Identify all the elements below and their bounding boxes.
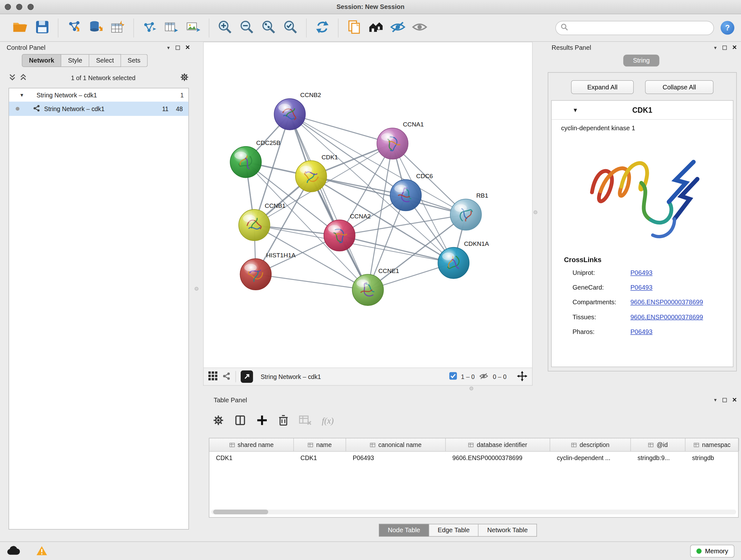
scrollbar-thumb[interactable]: [213, 509, 268, 514]
crosslink-label: Uniprot:: [572, 269, 630, 276]
import-table-button[interactable]: [107, 17, 129, 39]
export-image-button[interactable]: [182, 17, 204, 39]
table-row[interactable]: CDK1CDK1P064939606.ENSP00000378699cyclin…: [209, 452, 738, 465]
panel-close-icon[interactable]: ×: [185, 44, 190, 51]
vertical-splitter-grip[interactable]: [195, 287, 199, 291]
gear-icon[interactable]: [212, 415, 224, 427]
network-edge[interactable]: [290, 114, 393, 144]
save-session-button[interactable]: [31, 17, 53, 39]
column-header[interactable]: canonical name: [346, 438, 446, 451]
selected-checkbox-icon[interactable]: [449, 372, 457, 381]
network-view[interactable]: CCNB2CCNA1CDC25BCDK1CDC6RB1CCNB1CCNA2CDK…: [203, 42, 533, 368]
panel-close-icon[interactable]: ×: [732, 396, 737, 404]
network-edge[interactable]: [340, 236, 454, 263]
tab-network[interactable]: Network: [22, 54, 61, 67]
panel-collapse-icon[interactable]: ▾: [167, 45, 170, 50]
show-items-button[interactable]: [409, 17, 430, 39]
section-collapse-icon[interactable]: ▼: [572, 107, 578, 113]
gene-card-header[interactable]: ▼ CDK1: [551, 101, 733, 120]
expand-all-icon[interactable]: [19, 73, 26, 82]
crosslink-value[interactable]: P06493: [630, 269, 652, 276]
network-edge[interactable]: [256, 274, 368, 290]
network-overview-icon[interactable]: [222, 372, 231, 381]
tree-expand-icon[interactable]: ▼: [19, 92, 27, 98]
zoom-selected-button[interactable]: [280, 17, 301, 39]
show-columns-icon[interactable]: [234, 415, 246, 427]
network-edge[interactable]: [311, 176, 466, 214]
tab-network-table[interactable]: Network Table: [479, 524, 537, 537]
warning-icon[interactable]: [36, 545, 48, 557]
tab-sets[interactable]: Sets: [121, 54, 147, 67]
window-minimize-icon[interactable]: [16, 4, 22, 10]
hidden-eye-icon[interactable]: [479, 372, 489, 381]
zoom-out-button[interactable]: [236, 17, 258, 39]
search-field[interactable]: [555, 21, 714, 35]
column-header[interactable]: description: [550, 438, 631, 451]
column-header[interactable]: shared name: [209, 438, 294, 451]
column-header[interactable]: name: [294, 438, 346, 451]
vertical-splitter-grip[interactable]: [534, 210, 537, 214]
window-close-icon[interactable]: [5, 4, 11, 10]
tab-edge-table[interactable]: Edge Table: [429, 524, 479, 537]
tab-node-table[interactable]: Node Table: [379, 524, 429, 537]
export-image-icon: [186, 20, 201, 36]
network-node-rb1[interactable]: RB1: [450, 192, 488, 230]
collapse-all-icon[interactable]: [9, 73, 16, 82]
duplicate-page-button[interactable]: [343, 17, 365, 39]
network-node-cdc25b[interactable]: CDC25B: [230, 139, 280, 178]
add-column-icon[interactable]: [256, 415, 268, 427]
panel-close-icon[interactable]: ×: [732, 44, 737, 51]
memory-button[interactable]: Memory: [690, 545, 734, 557]
import-network-from-database-button[interactable]: [85, 17, 107, 39]
network-node-ccna1[interactable]: CCNA1: [377, 121, 424, 159]
tab-style[interactable]: Style: [61, 54, 89, 67]
window-zoom-icon[interactable]: [27, 4, 33, 10]
network-node-hist1h1a[interactable]: HIST1H1A: [240, 252, 295, 290]
horizontal-splitter-grip[interactable]: [469, 387, 473, 390]
delete-column-icon[interactable]: [278, 415, 289, 427]
apply-layout-button[interactable]: [312, 17, 333, 39]
horizontal-scrollbar[interactable]: [211, 509, 736, 514]
search-input[interactable]: [571, 24, 709, 31]
crosslink-value[interactable]: 9606.ENSP00000378699: [630, 314, 703, 320]
import-network-button[interactable]: [63, 17, 85, 39]
column-header-label: database identifier: [477, 441, 527, 448]
crosslink-value[interactable]: P06493: [630, 284, 652, 291]
panel-collapse-icon[interactable]: ▾: [714, 45, 717, 50]
network-row-selected[interactable]: String Network – cdk1 11 48: [9, 102, 188, 116]
open-in-new-button[interactable]: [241, 370, 253, 383]
column-header[interactable]: namespac: [685, 438, 739, 451]
network-node-ccnb2[interactable]: CCNB2: [274, 91, 321, 130]
network-node-cdkn1a[interactable]: CDKN1A: [438, 240, 489, 278]
network-graph[interactable]: CCNB2CCNA1CDC25BCDK1CDC6RB1CCNB1CCNA2CDK…: [204, 42, 532, 368]
export-network-button[interactable]: [138, 17, 160, 39]
gear-icon[interactable]: [180, 73, 189, 83]
tab-string[interactable]: String: [623, 55, 659, 66]
network-node-cdk1[interactable]: CDK1: [295, 154, 338, 192]
grid-view-icon[interactable]: [208, 371, 217, 382]
crosslink-value[interactable]: 9606.ENSP00000378699: [630, 299, 703, 306]
column-header[interactable]: database identifier: [446, 438, 550, 451]
export-table-button[interactable]: [160, 17, 182, 39]
expand-all-button[interactable]: Expand All: [571, 80, 633, 94]
panel-collapse-icon[interactable]: ▾: [714, 397, 717, 402]
panel-float-icon[interactable]: [176, 45, 180, 50]
cloud-icon[interactable]: [7, 546, 20, 557]
help-button[interactable]: ?: [721, 21, 734, 35]
zoom-fit-button[interactable]: [258, 17, 280, 39]
open-session-button[interactable]: [10, 17, 31, 39]
column-header[interactable]: @id: [631, 438, 685, 451]
export-network-icon: [142, 20, 157, 36]
panel-float-icon[interactable]: [722, 45, 726, 50]
zoom-in-button[interactable]: [214, 17, 236, 39]
import-network-icon: [66, 20, 82, 36]
crosslink-value[interactable]: P06493: [630, 328, 652, 335]
network-collection-row[interactable]: ▼ String Network – cdk1 1: [9, 88, 188, 102]
panel-float-icon[interactable]: [722, 398, 726, 402]
hide-items-button[interactable]: [387, 17, 408, 39]
network-edge[interactable]: [290, 114, 368, 290]
collapse-all-button[interactable]: Collapse All: [645, 80, 714, 94]
tab-select[interactable]: Select: [89, 54, 121, 67]
home-button[interactable]: [365, 17, 387, 39]
move-crosshair-icon[interactable]: [517, 371, 528, 382]
